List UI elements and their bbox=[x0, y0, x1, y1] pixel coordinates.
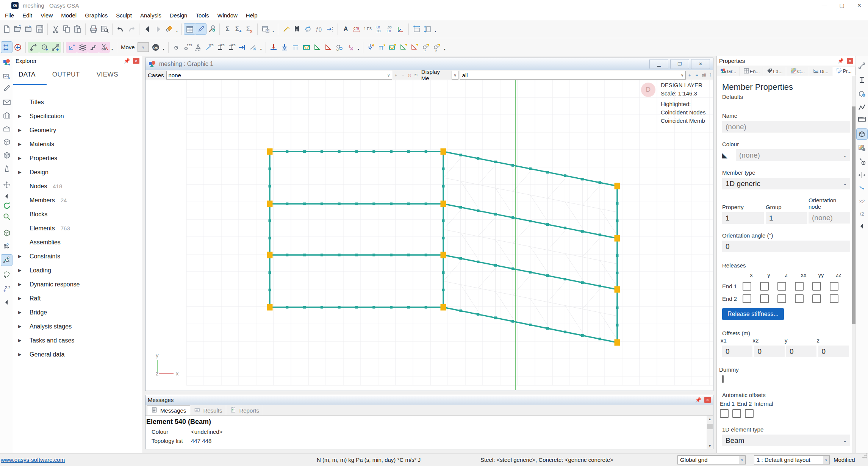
toolbar-icon[interactable] bbox=[280, 23, 291, 34]
left-strip-icon[interactable] bbox=[1, 123, 12, 134]
end1-release-checkbox[interactable] bbox=[760, 282, 769, 291]
tree-item[interactable]: ▶ Blocks bbox=[13, 207, 142, 221]
toolbar-icon[interactable]: + bbox=[260, 23, 271, 34]
left-strip-icon[interactable] bbox=[1, 200, 12, 211]
right-strip-icon[interactable] bbox=[857, 88, 867, 99]
offset-field[interactable]: 0 bbox=[754, 346, 785, 357]
toolbar-icon[interactable] bbox=[99, 23, 110, 34]
toolbar-icon[interactable] bbox=[268, 42, 279, 53]
left-strip-icon[interactable] bbox=[1, 179, 12, 190]
close-button[interactable]: ✕ bbox=[851, 0, 868, 10]
right-strip-icon[interactable]: ×2 bbox=[857, 196, 867, 206]
resize-grip[interactable] bbox=[862, 453, 867, 466]
statusbar-link[interactable]: www.oasys-software.com bbox=[1, 453, 65, 466]
name-field[interactable]: (none) bbox=[722, 121, 850, 133]
end1-release-checkbox[interactable] bbox=[743, 282, 751, 291]
toolbar-icon[interactable] bbox=[279, 42, 290, 53]
toolbar-icon[interactable]: 123 bbox=[226, 42, 237, 53]
auto-offset-checkbox[interactable] bbox=[745, 409, 754, 418]
toolbar-icon[interactable] bbox=[377, 42, 388, 53]
toolbar-icon[interactable]: Σ+ bbox=[233, 23, 244, 34]
toolbar-icon[interactable] bbox=[99, 42, 110, 53]
toolbar-icon[interactable] bbox=[50, 23, 61, 34]
toolbar-icon[interactable] bbox=[28, 42, 39, 53]
offset-field[interactable]: 0 bbox=[818, 346, 849, 357]
left-strip-icon[interactable] bbox=[1, 241, 12, 252]
toolbar-icon[interactable] bbox=[12, 42, 23, 53]
toolbar-icon[interactable] bbox=[422, 23, 433, 34]
graphic-minimize-button[interactable]: ▁ bbox=[649, 59, 668, 69]
left-strip-icon[interactable] bbox=[1, 163, 12, 174]
toolbar-icon[interactable]: Σx bbox=[244, 23, 255, 34]
display-all-label[interactable]: all bbox=[700, 73, 707, 77]
left-strip-icon[interactable]: 2.7+ bbox=[1, 283, 12, 294]
toolbar-icon[interactable]: y bbox=[432, 42, 443, 53]
grid-combo[interactable]: Global grid∨ bbox=[677, 455, 746, 464]
toolbar-icon[interactable]: OK bbox=[150, 42, 161, 53]
dropdown-caret[interactable]: ▾ bbox=[175, 23, 179, 34]
toolbar-icon[interactable] bbox=[126, 23, 137, 34]
properties-tab[interactable]: Pr... bbox=[832, 67, 855, 76]
toolbar-icon[interactable] bbox=[395, 23, 406, 34]
cases-combo[interactable]: none∨ bbox=[166, 71, 393, 80]
expand-arrow-icon[interactable]: ▶ bbox=[18, 352, 30, 357]
toolbar-icon[interactable] bbox=[388, 42, 399, 53]
end2-release-checkbox[interactable] bbox=[777, 294, 786, 303]
dummy-checkbox[interactable] bbox=[722, 375, 724, 383]
toolbar-icon[interactable]: ƒ() bbox=[313, 23, 324, 34]
toolbar-icon[interactable] bbox=[77, 42, 88, 53]
tree-item[interactable]: ▶ Nodes 418 bbox=[13, 179, 142, 193]
display-pin-icon[interactable]: ⍑ bbox=[707, 73, 713, 78]
grid-layout-combo[interactable]: 1 : Default grid layout∨ bbox=[754, 455, 830, 464]
toolbar-icon[interactable] bbox=[248, 42, 259, 53]
right-strip-icon[interactable] bbox=[857, 114, 867, 124]
end1-release-checkbox[interactable] bbox=[795, 282, 804, 291]
maximize-button[interactable]: ▢ bbox=[833, 0, 851, 10]
left-strip-icon[interactable] bbox=[1, 269, 12, 280]
tree-item[interactable]: ▶ Assemblies bbox=[13, 235, 142, 249]
toolbar-icon[interactable] bbox=[12, 23, 23, 34]
graphic-close-button[interactable]: ✕ bbox=[691, 59, 710, 69]
properties-tab[interactable]: Di... bbox=[809, 67, 832, 76]
messages-tab[interactable]: Messages bbox=[147, 405, 190, 415]
tab-output[interactable]: OUTPUT bbox=[52, 71, 80, 86]
toolbar-icon[interactable] bbox=[195, 23, 206, 34]
auto-offset-checkbox[interactable] bbox=[732, 409, 741, 418]
offset-field[interactable]: 0 bbox=[786, 346, 816, 357]
menu-item[interactable]: Graphics bbox=[81, 12, 112, 19]
tree-item[interactable]: ▶ Properties bbox=[13, 151, 142, 165]
properties-tab[interactable]: Gr... bbox=[717, 67, 740, 76]
right-strip-icon[interactable] bbox=[857, 61, 867, 71]
menu-item[interactable]: Edit bbox=[18, 12, 36, 19]
tree-item[interactable]: ▶ General data bbox=[13, 347, 142, 361]
menu-item[interactable]: Sculpt bbox=[112, 12, 136, 19]
toolbar-icon[interactable] bbox=[410, 42, 421, 53]
toolbar-icon[interactable] bbox=[164, 23, 175, 34]
display-remove-icon[interactable]: ＝ bbox=[693, 72, 700, 78]
toolbar-icon[interactable] bbox=[291, 23, 302, 34]
left-strip-icon[interactable] bbox=[1, 110, 12, 121]
model-canvas[interactable]: yzx D DESIGN LAYER Scale: 1:146.3 Highli… bbox=[145, 80, 713, 391]
toolbar-icon[interactable] bbox=[72, 23, 83, 34]
expand-arrow-icon[interactable]: ▶ bbox=[18, 114, 30, 119]
menu-item[interactable]: Design bbox=[166, 12, 192, 19]
properties-tab[interactable]: La... bbox=[763, 67, 786, 76]
orientation-angle-field[interactable]: 0 bbox=[722, 241, 850, 252]
toolbar-icon[interactable] bbox=[142, 23, 153, 34]
toolbar-icon[interactable]: 123 bbox=[182, 42, 193, 53]
toolbar-icon[interactable] bbox=[301, 42, 312, 53]
left-strip-icon[interactable] bbox=[1, 150, 12, 161]
toolbar-icon[interactable]: OP bbox=[334, 42, 345, 53]
expand-arrow-icon[interactable]: ▶ bbox=[18, 128, 30, 133]
tree-item[interactable]: ▶ Constraints bbox=[13, 249, 142, 263]
toolbar-icon[interactable] bbox=[61, 23, 72, 34]
toolbar-icon[interactable] bbox=[323, 42, 334, 53]
end1-release-checkbox[interactable] bbox=[812, 282, 821, 291]
minimize-button[interactable]: — bbox=[816, 0, 833, 10]
toolbar-icon[interactable]: 1.E3 bbox=[362, 23, 373, 34]
left-strip-icon[interactable] bbox=[1, 83, 12, 94]
member-type-dropdown[interactable]: 1D generic⌄ bbox=[722, 178, 850, 189]
toolbar-icon[interactable] bbox=[312, 42, 323, 53]
tree-item[interactable]: ▶ Bridge bbox=[13, 305, 142, 319]
toolbar-icon[interactable] bbox=[171, 42, 182, 53]
